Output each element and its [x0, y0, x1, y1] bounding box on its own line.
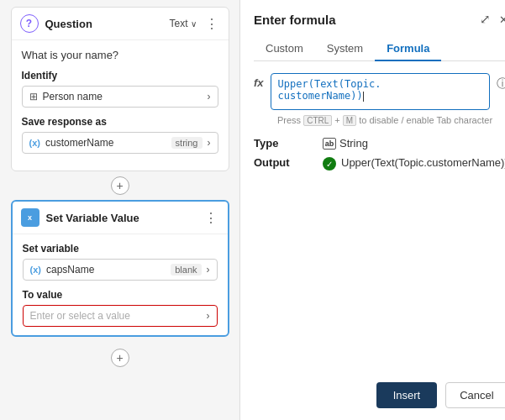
- info-icon[interactable]: ⓘ: [497, 76, 505, 92]
- set-var-label: Set variable: [23, 243, 218, 255]
- identify-chevron-icon: ›: [208, 91, 211, 102]
- formula-input[interactable]: Upper(Text(Topic. customerName)): [271, 73, 490, 110]
- identify-label: Identify: [22, 70, 218, 81]
- save-response-field[interactable]: (x) customerName string ›: [22, 132, 218, 154]
- set-var-value-badge: blank: [171, 264, 201, 276]
- set-var-menu-icon[interactable]: ⋮: [203, 210, 219, 226]
- question-icon: ?: [20, 14, 39, 33]
- type-output-grid: Type ab String Output ✓ Upper(Text(Topic…: [254, 137, 505, 171]
- output-value-area: ✓ Upper(Text(Topic.customerName)): [323, 156, 505, 171]
- hint-text: Press CTRL + M to disable / enable Tab c…: [277, 115, 505, 125]
- to-value-label: To value: [23, 289, 218, 301]
- variable-icon: (x): [29, 138, 40, 148]
- tab-custom[interactable]: Custom: [254, 37, 315, 61]
- fx-label: fx: [254, 76, 264, 89]
- plus-icon: +: [116, 179, 123, 192]
- person-icon: ⊞: [29, 91, 38, 102]
- set-variable-header: x Set Variable Value ⋮: [13, 202, 228, 234]
- output-label: Output: [254, 156, 313, 171]
- set-var-field[interactable]: (x) capsName blank ›: [23, 259, 218, 281]
- tab-system[interactable]: System: [315, 37, 375, 61]
- question-card-body: What is your name? Identify ⊞ Person nam…: [12, 40, 229, 171]
- string-type-icon: ab: [323, 138, 336, 150]
- panel-icon-group: ⤢ ✕: [480, 12, 505, 27]
- to-value-chevron-icon: ›: [207, 310, 210, 322]
- chevron-down-icon: ∨: [191, 19, 197, 29]
- set-variable-body: Set variable (x) capsName blank › To val…: [13, 234, 228, 335]
- to-value-field[interactable]: Enter or select a value ›: [23, 305, 218, 327]
- set-var-chevron-icon: ›: [207, 264, 210, 276]
- output-text: Upper(Text(Topic.customerName)): [341, 156, 505, 169]
- question-text: What is your name?: [22, 49, 218, 61]
- left-panel: ? Question Text ∨ ⋮ What is your name? I…: [0, 0, 239, 420]
- cursor: [363, 92, 364, 102]
- to-value-placeholder: Enter or select a value: [30, 310, 207, 322]
- question-type-selector[interactable]: Text ∨: [169, 18, 196, 29]
- add-step-button-1[interactable]: +: [111, 176, 129, 195]
- question-card-title: Question: [45, 18, 163, 30]
- save-response-name: customerName: [45, 137, 171, 149]
- expand-icon[interactable]: ⤢: [480, 12, 491, 27]
- set-variable-card: x Set Variable Value ⋮ Set variable (x) …: [11, 200, 229, 337]
- identify-field[interactable]: ⊞ Person name ›: [22, 86, 218, 108]
- question-card: ? Question Text ∨ ⋮ What is your name? I…: [11, 7, 229, 171]
- insert-button[interactable]: Insert: [376, 382, 438, 408]
- set-variable-title: Set Variable Value: [46, 212, 196, 224]
- add-step-area-2: +: [111, 344, 129, 372]
- panel-header: Enter formula ⤢ ✕: [254, 12, 505, 27]
- panel-title: Enter formula: [254, 13, 480, 27]
- tab-formula[interactable]: Formula: [375, 37, 441, 61]
- add-step-button-2[interactable]: +: [111, 349, 129, 367]
- formula-input-area: fx Upper(Text(Topic. customerName)) ⓘ: [254, 73, 505, 110]
- right-panel: Enter formula ⤢ ✕ Custom System Formula …: [239, 0, 505, 420]
- set-var-icon: x: [21, 208, 39, 227]
- save-response-label: Save response as: [22, 116, 218, 128]
- type-label: Type: [254, 137, 313, 150]
- formula-tabs: Custom System Formula: [254, 37, 505, 61]
- cancel-button[interactable]: Cancel: [445, 382, 505, 408]
- question-menu-icon[interactable]: ⋮: [203, 16, 220, 32]
- plus-icon-2: +: [116, 351, 123, 365]
- set-var-name: capsName: [46, 264, 171, 276]
- set-var-var-icon: (x): [30, 265, 41, 275]
- identify-value: Person name: [43, 91, 208, 102]
- question-card-header: ? Question Text ∨ ⋮: [12, 8, 229, 40]
- save-response-type: string: [171, 137, 203, 149]
- action-buttons: Insert Cancel: [254, 382, 505, 408]
- close-icon[interactable]: ✕: [499, 13, 505, 26]
- type-value: ab String: [323, 137, 505, 150]
- save-response-chevron-icon: ›: [208, 137, 211, 149]
- success-check-icon: ✓: [323, 157, 336, 171]
